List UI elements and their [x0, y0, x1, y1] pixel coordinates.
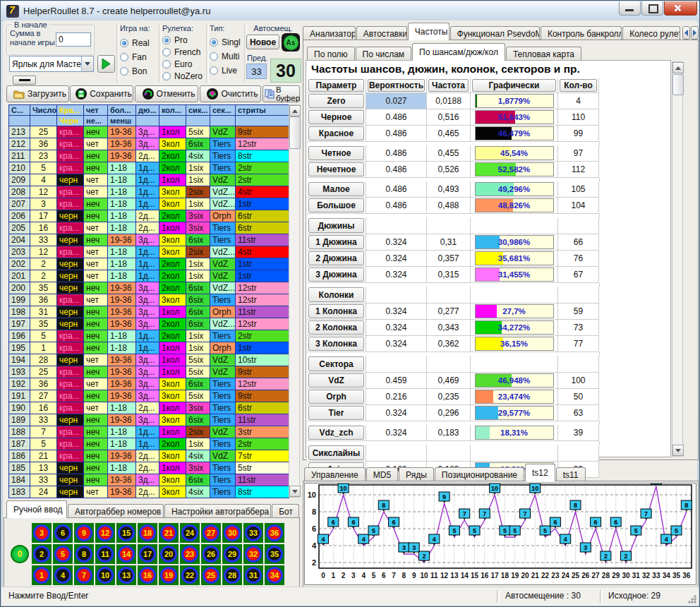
- number-tile-21[interactable]: 21: [159, 523, 179, 543]
- history-row[interactable]: 18513черннеч1-182д...1кол3sixTiers5str: [9, 462, 289, 474]
- subtab-по-шансам-дюж-кол[interactable]: По шансам/дюж/кол: [412, 43, 505, 61]
- freq-param-button[interactable]: 3 Дюжина: [308, 268, 364, 282]
- number-tile-26[interactable]: 26: [201, 544, 221, 564]
- history-row[interactable]: 20812кра...чет1-181д...3кол2sixVdZ...4st…: [9, 186, 289, 198]
- tab-автограббер-номеров[interactable]: Автограббер номеров: [68, 504, 164, 518]
- number-tile-31[interactable]: 31: [243, 565, 263, 585]
- freq-param-button[interactable]: Orph: [308, 390, 364, 404]
- radio-game-bon[interactable]: Bon: [120, 66, 158, 76]
- history-row[interactable]: 1951кра...неч1-181д...1кол1sixOrph1str: [9, 342, 289, 354]
- history-header-cell[interactable]: [210, 116, 236, 126]
- freq-param-button[interactable]: Vdz_zch: [308, 426, 364, 440]
- number-tile-3[interactable]: 3: [32, 523, 52, 543]
- history-header-cell[interactable]: чет: [84, 105, 108, 116]
- scroll-down-button[interactable]: [289, 486, 301, 497]
- radio-roulette-euro[interactable]: Euro: [162, 59, 205, 69]
- history-header-cell[interactable]: [186, 116, 210, 126]
- load-button[interactable]: Загрузить: [6, 85, 69, 102]
- freq-header-button[interactable]: Кол-во: [560, 79, 597, 92]
- number-tile-23[interactable]: 23: [180, 544, 200, 564]
- tab-частоты[interactable]: Частоты: [408, 23, 449, 40]
- tab-анализатор[interactable]: Анализатор: [303, 26, 356, 40]
- history-row[interactable]: 19428чернчет19-363д...1кол5sixVdZ10str: [9, 354, 289, 366]
- as-button[interactable]: As: [282, 33, 300, 52]
- radio-roulette-pro[interactable]: Pro: [162, 35, 205, 45]
- history-row[interactable]: 18933черннеч19-363д...3кол6sixTiers11str: [9, 414, 289, 426]
- tab-автоставки[interactable]: Автоставки: [356, 26, 407, 40]
- radio-roulette-french[interactable]: French: [162, 47, 205, 57]
- number-tile-20[interactable]: 20: [159, 544, 179, 564]
- number-tile-13[interactable]: 13: [116, 565, 136, 585]
- number-tile-36[interactable]: 36: [265, 523, 284, 543]
- number-tile-34[interactable]: 34: [265, 565, 284, 585]
- history-row[interactable]: 21123кра...неч19-362д...2кол4sixTiers8st…: [9, 150, 289, 162]
- freq-param-button[interactable]: Zero: [308, 94, 364, 108]
- history-row[interactable]: 18621кра...неч19-362д...3кол4sixVdZ7str: [9, 450, 289, 462]
- start-sum-input[interactable]: 0: [56, 32, 91, 47]
- collapse-button[interactable]: [13, 76, 36, 85]
- scroll-up-button[interactable]: [289, 105, 301, 116]
- history-row[interactable]: 19831черннеч19-363д...1кол6sixOrph11str: [9, 306, 289, 318]
- number-tile-19[interactable]: 19: [159, 565, 179, 585]
- number-tile-30[interactable]: 30: [222, 523, 242, 543]
- tab-настройки-автограббера[interactable]: Настройки автограббера: [164, 504, 271, 518]
- history-row[interactable]: 20433черннеч19-363д...3кол6sixTiers11str: [9, 234, 289, 246]
- subtab-по-полю[interactable]: По полю: [307, 47, 355, 61]
- history-header-cell[interactable]: [136, 116, 159, 126]
- history-header-cell[interactable]: кол...: [159, 105, 186, 116]
- number-tile-35[interactable]: 35: [265, 544, 284, 564]
- history-row[interactable]: 2105кра...неч1-181д...2кол1sixTiers2str: [9, 162, 289, 174]
- tabs-scroll-left-button[interactable]: [682, 26, 690, 40]
- freq-param-button[interactable]: 2 Дюжина: [308, 251, 364, 265]
- play-button[interactable]: [97, 55, 115, 73]
- tab-контроль-банкролла[interactable]: Контроль банкролла: [541, 26, 622, 40]
- history-header-cell[interactable]: сик...: [186, 105, 210, 116]
- history-row[interactable]: 2022чернчет1-181д...2кол1sixVdZ1str: [9, 258, 289, 270]
- history-header-cell[interactable]: [159, 116, 186, 126]
- history-row[interactable]: 18433черннеч19-363д...3кол6sixTiers11str: [9, 474, 289, 486]
- freq-header-button[interactable]: Параметр: [308, 79, 364, 92]
- number-tile-16[interactable]: 16: [138, 565, 157, 585]
- number-tile-18[interactable]: 18: [138, 523, 157, 543]
- number-tile-32[interactable]: 32: [243, 544, 263, 564]
- tab-управление[interactable]: Управление: [304, 467, 366, 481]
- radio-game-fan[interactable]: Fan: [120, 52, 158, 62]
- number-tile-0[interactable]: 0: [11, 545, 29, 563]
- number-tile-11[interactable]: 11: [95, 544, 115, 564]
- history-row[interactable]: 1887кра...неч1-181д...1кол2sixVdZ3str: [9, 426, 289, 438]
- tab-ts11[interactable]: ts11: [556, 467, 586, 481]
- history-row[interactable]: 2073кра...неч1-181д...3кол1sixVdZ...1str: [9, 198, 289, 210]
- history-header-cell[interactable]: сек...: [210, 105, 236, 116]
- number-tile-10[interactable]: 10: [95, 565, 115, 585]
- radio-type-singl[interactable]: Singl: [210, 37, 243, 47]
- history-header-cell[interactable]: дю...: [136, 105, 159, 116]
- history-row[interactable]: 19936кра...чет19-363д...3кол6sixTiers12s…: [9, 294, 289, 306]
- history-row[interactable]: 19236кра...чет19-363д...3кол6sixTiers12s…: [9, 378, 289, 390]
- history-row[interactable]: 2012чернчет1-181д...2кол1sixVdZ1str: [9, 270, 289, 282]
- number-tile-24[interactable]: 24: [180, 523, 200, 543]
- history-row[interactable]: 21325кра...неч19-363д...1кол5sixVdZ9str: [9, 126, 289, 138]
- freq-param-button[interactable]: Tier: [308, 406, 364, 420]
- freq-header-button[interactable]: Графически: [472, 79, 556, 92]
- tab-бот[interactable]: Бот: [272, 504, 299, 518]
- history-header-cell[interactable]: Кра...: [57, 105, 84, 116]
- undo-button[interactable]: Отменить: [135, 85, 198, 102]
- number-tile-22[interactable]: 22: [180, 565, 200, 585]
- scroll-down-button[interactable]: [672, 445, 684, 456]
- number-tile-5[interactable]: 5: [53, 544, 73, 564]
- history-row[interactable]: 1965кра...неч1-181д...2кол1sixTiers2str: [9, 330, 289, 342]
- number-tile-33[interactable]: 33: [243, 523, 263, 543]
- save-button[interactable]: Сохранить: [70, 85, 133, 102]
- tab-позиционирование[interactable]: Позиционирование: [435, 467, 524, 481]
- freq-param-button[interactable]: Большое: [308, 198, 364, 212]
- freq-param-button[interactable]: 1 Колонка: [308, 304, 364, 318]
- history-row[interactable]: 20516кра...чет1-182д...1кол3sixTiers6str: [9, 222, 289, 234]
- number-tile-17[interactable]: 17: [138, 544, 157, 564]
- scroll-up-button[interactable]: [672, 62, 684, 73]
- freq-param-button[interactable]: Нечетное: [308, 162, 364, 176]
- number-tile-29[interactable]: 29: [222, 544, 242, 564]
- history-header-cell[interactable]: [236, 116, 289, 126]
- radio-roulette-nozero[interactable]: NoZero: [162, 71, 205, 81]
- tab-колесо-рулет[interactable]: Колесо рулет: [622, 26, 680, 40]
- master-shortcut-combo[interactable]: Ярлык для Мастер: [9, 56, 94, 72]
